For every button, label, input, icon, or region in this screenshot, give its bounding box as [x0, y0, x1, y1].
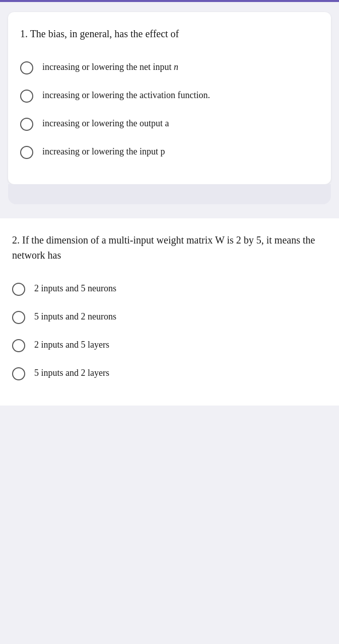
radio-q1-d[interactable]: [20, 146, 33, 159]
option-q1-d-label: increasing or lowering the input p: [42, 145, 165, 158]
option-q2-a[interactable]: 2 inputs and 5 neurons: [12, 275, 327, 303]
question-2-card: 2. If the dimension of a multi-input wei…: [0, 218, 339, 406]
radio-q1-b[interactable]: [20, 90, 33, 103]
option-q2-d-label: 5 inputs and 2 layers: [34, 366, 109, 380]
option-q1-c[interactable]: increasing or lowering the output a: [20, 110, 319, 138]
question-1-text: 1. The bias, in general, has the effect …: [20, 26, 319, 41]
option-q2-b[interactable]: 5 inputs and 2 neurons: [12, 303, 327, 331]
question-2-options: 2 inputs and 5 neurons 5 inputs and 2 ne…: [12, 275, 327, 387]
option-q1-b-label: increasing or lowering the activation fu…: [42, 89, 210, 102]
option-q1-d[interactable]: increasing or lowering the input p: [20, 138, 319, 166]
option-q2-d[interactable]: 5 inputs and 2 layers: [12, 359, 327, 387]
top-bar: [0, 0, 339, 2]
radio-q2-d[interactable]: [12, 367, 25, 380]
option-q2-c[interactable]: 2 inputs and 5 layers: [12, 331, 327, 359]
radio-q2-b[interactable]: [12, 311, 25, 324]
section-gap: [0, 204, 339, 218]
question-1-card: 1. The bias, in general, has the effect …: [8, 12, 331, 184]
option-q2-c-label: 2 inputs and 5 layers: [34, 338, 109, 352]
radio-q1-a[interactable]: [20, 61, 33, 74]
card-gap: [8, 184, 331, 204]
radio-q2-a[interactable]: [12, 283, 25, 296]
radio-q1-c[interactable]: [20, 118, 33, 131]
question-1-options: increasing or lowering the net input n i…: [20, 53, 319, 166]
option-q1-b[interactable]: increasing or lowering the activation fu…: [20, 82, 319, 110]
option-q2-b-label: 5 inputs and 2 neurons: [34, 310, 116, 324]
option-q1-a-label: increasing or lowering the net input n: [42, 60, 178, 74]
option-q1-a[interactable]: increasing or lowering the net input n: [20, 53, 319, 82]
option-q1-c-label: increasing or lowering the output a: [42, 117, 169, 130]
option-q2-a-label: 2 inputs and 5 neurons: [34, 282, 116, 295]
radio-q2-c[interactable]: [12, 339, 25, 352]
question-2-text: 2. If the dimension of a multi-input wei…: [12, 232, 327, 263]
